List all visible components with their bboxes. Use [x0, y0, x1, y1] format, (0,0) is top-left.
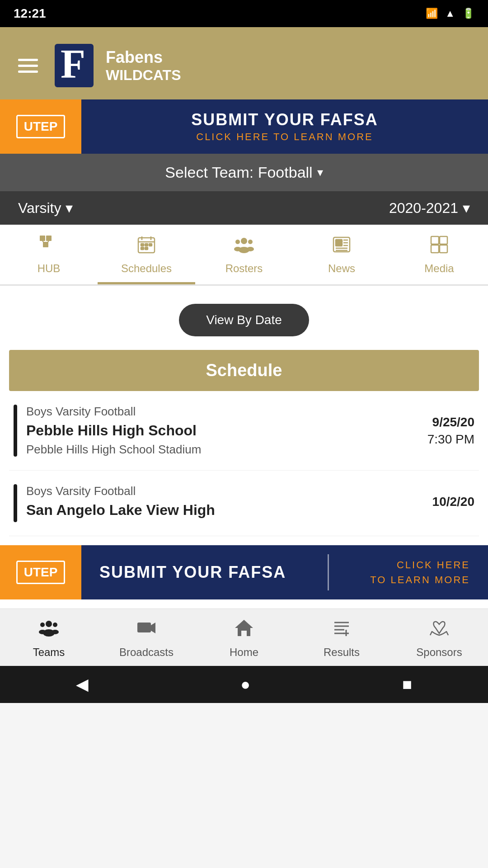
back-button[interactable]: ◀ — [76, 675, 89, 694]
svg-rect-12 — [141, 244, 144, 246]
team-selector-arrow: ▾ — [317, 165, 323, 179]
svg-rect-16 — [145, 247, 148, 250]
game-item-1[interactable]: Boys Varsity Football Pebble Hills High … — [9, 391, 479, 471]
game-list: Boys Varsity Football Pebble Hills High … — [0, 391, 488, 536]
game-category-2: Boys Varsity Football — [26, 484, 423, 498]
svg-rect-40 — [137, 623, 151, 632]
battery-icon: 🔋 — [462, 8, 474, 19]
varsity-arrow: ▾ — [66, 199, 73, 217]
svg-marker-41 — [151, 623, 155, 633]
svg-point-22 — [247, 247, 254, 251]
bottom-nav-broadcasts[interactable]: Broadcasts — [98, 609, 195, 666]
tab-news[interactable]: News — [293, 225, 390, 284]
home-nav-label: Home — [230, 646, 258, 659]
svg-point-19 — [235, 240, 240, 244]
svg-point-36 — [40, 623, 45, 627]
varsity-selector[interactable]: Varsity ▾ — [18, 199, 73, 217]
game-item-2[interactable]: Boys Varsity Football San Angelo Lake Vi… — [9, 471, 479, 536]
svg-rect-30 — [431, 236, 439, 244]
svg-point-39 — [52, 630, 59, 634]
school-logo: F — [52, 41, 97, 90]
bottom-banner-divider — [328, 554, 329, 590]
tab-hub[interactable]: HUB — [0, 225, 98, 284]
view-by-date-button[interactable]: View By Date — [179, 304, 309, 336]
svg-rect-14 — [149, 244, 152, 246]
game-location-1: Pebble Hills High School Stadium — [26, 443, 418, 457]
varsity-label: Varsity — [18, 200, 61, 217]
sponsors-nav-icon — [429, 618, 449, 642]
game-opponent-2: San Angelo Lake View High — [26, 502, 423, 519]
teams-nav-icon — [39, 618, 59, 642]
game-time-1: 7:30 PM — [427, 432, 474, 447]
recent-button[interactable]: ■ — [402, 675, 412, 694]
tab-media-label: Media — [424, 262, 454, 275]
school-name: Fabens WILDCATS — [106, 48, 181, 84]
bottom-nav: Teams Broadcasts Home — [0, 609, 488, 666]
news-icon — [333, 236, 351, 258]
svg-rect-3 — [40, 236, 45, 241]
game-category-1: Boys Varsity Football — [26, 405, 418, 419]
results-nav-icon — [332, 618, 352, 642]
year-label: 2020-2021 — [389, 200, 458, 217]
game-date-1: 9/25/20 — [432, 415, 474, 429]
tab-media[interactable]: Media — [390, 225, 488, 284]
school-name-text: Fabens — [106, 48, 181, 67]
header-banner-ad[interactable]: UTEP SUBMIT YOUR FAFSA CLICK HERE TO LEA… — [0, 99, 488, 154]
broadcasts-nav-label: Broadcasts — [119, 646, 174, 659]
bottom-nav-results[interactable]: Results — [293, 609, 390, 666]
header: F Fabens WILDCATS — [0, 27, 488, 99]
tab-schedules[interactable]: Schedules — [98, 225, 195, 284]
svg-rect-4 — [46, 236, 52, 241]
bottom-nav-teams[interactable]: Teams — [0, 609, 98, 666]
game-info-1: Boys Varsity Football Pebble Hills High … — [26, 405, 418, 457]
game-date-2: 10/2/20 — [432, 495, 474, 509]
svg-line-49 — [430, 632, 432, 635]
svg-point-20 — [234, 247, 241, 251]
bottom-utep-logo: UTEP — [16, 561, 66, 585]
team-selector-label: Select Team: Football — [165, 164, 312, 181]
svg-marker-42 — [235, 620, 253, 636]
home-button[interactable]: ● — [240, 675, 250, 694]
game-opponent-1: Pebble Hills High School — [26, 422, 418, 439]
bottom-banner-ad[interactable]: UTEP SUBMIT YOUR FAFSA CLICK HERETO LEAR… — [0, 545, 488, 599]
game-bar-1 — [14, 405, 17, 457]
broadcasts-nav-icon — [136, 618, 156, 642]
tab-hub-label: HUB — [38, 262, 61, 275]
svg-point-17 — [241, 238, 247, 244]
svg-rect-13 — [145, 244, 148, 246]
banner-orange-section: UTEP — [0, 99, 81, 154]
results-nav-label: Results — [324, 646, 360, 659]
tab-news-label: News — [328, 262, 355, 275]
svg-text:F: F — [61, 42, 85, 86]
bottom-nav-home[interactable]: Home — [195, 609, 293, 666]
sponsors-nav-label: Sponsors — [416, 646, 462, 659]
svg-point-21 — [248, 240, 253, 244]
svg-point-34 — [46, 621, 52, 627]
game-info-2: Boys Varsity Football San Angelo Lake Vi… — [26, 484, 423, 522]
status-icons: 📶 ▲ 🔋 — [426, 8, 474, 19]
school-mascot-text: WILDCATS — [106, 67, 181, 84]
schedule-header: Schedule — [9, 350, 479, 391]
bottom-banner-main-text: SUBMIT YOUR FAFSA — [99, 563, 286, 582]
svg-rect-33 — [440, 245, 447, 253]
svg-point-38 — [53, 623, 57, 627]
logo-area: F Fabens WILDCATS — [52, 41, 470, 90]
year-arrow: ▾ — [463, 199, 470, 217]
main-content: View By Date Schedule Boys Varsity Footb… — [0, 286, 488, 609]
banner-sub-text: CLICK HERE TO LEARN MORE — [196, 131, 373, 143]
home-nav-icon — [234, 618, 254, 642]
tab-rosters[interactable]: Rosters — [195, 225, 293, 284]
svg-rect-24 — [336, 240, 342, 246]
status-time: 12:21 — [14, 6, 46, 21]
team-selector[interactable]: Select Team: Football ▾ — [0, 154, 488, 191]
rosters-icon — [234, 236, 254, 258]
year-selector[interactable]: 2020-2021 ▾ — [389, 199, 470, 217]
bottom-nav-sponsors[interactable]: Sponsors — [390, 609, 488, 666]
hamburger-menu[interactable] — [18, 59, 38, 73]
bottom-banner-sub-text: CLICK HERETO LEARN MORE — [370, 557, 470, 587]
game-datetime-1: 9/25/20 7:30 PM — [427, 405, 474, 457]
schedules-icon — [137, 236, 155, 258]
utep-logo: UTEP — [16, 115, 66, 139]
wifi-icon: 📶 — [426, 8, 438, 19]
status-bar: 12:21 📶 ▲ 🔋 — [0, 0, 488, 27]
